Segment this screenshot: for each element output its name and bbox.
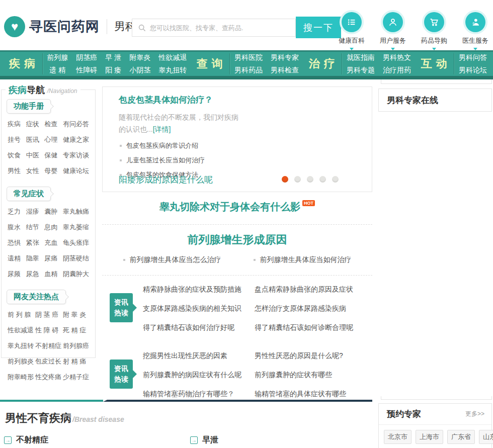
search-box[interactable] — [132, 19, 296, 37]
column-header[interactable]: → 不射精症 — [4, 435, 186, 445]
news-link[interactable]: 得了精囊结石该如何诊断合理呢 — [255, 322, 366, 333]
detail-link[interactable]: [详情] — [153, 125, 171, 133]
news-hot-badge[interactable]: 资讯 热读 — [110, 293, 133, 322]
column-header[interactable]: → 早泄 — [190, 435, 372, 445]
sidebar-link[interactable]: 疾病 — [8, 120, 21, 129]
nav-link[interactable]: 治疗用药 — [383, 66, 411, 75]
quick-link-drug-guide[interactable]: 药品导购 — [419, 12, 450, 50]
nav-big-query[interactable]: 查询 — [191, 56, 229, 71]
sidebar-link[interactable]: 有问必答 — [63, 120, 89, 129]
carousel-dot[interactable] — [319, 176, 326, 183]
feature-bottom-link[interactable]: 阳痿形成的原因是什么呢 — [119, 174, 213, 186]
sidebar-link[interactable]: 饮食 — [8, 151, 21, 160]
hot-headline[interactable]: 睾丸切除术对于身体会有什么影HOT — [102, 200, 372, 214]
badge-function-manual[interactable]: 功能手册 — [7, 99, 51, 114]
sidebar-link[interactable]: 包皮过长 — [35, 357, 61, 366]
sidebar-link[interactable]: 死 精 症 — [63, 326, 89, 335]
sidebar-link[interactable]: 心理 — [44, 135, 57, 144]
news-link[interactable]: 支原体尿路感染疾病的相关知识 — [143, 303, 255, 314]
search-button[interactable]: 搜一下 — [296, 17, 341, 38]
nav-link[interactable]: 遗 精 — [47, 66, 68, 75]
nav-big-disease[interactable]: 疾病 — [3, 56, 41, 71]
sidebar-link[interactable]: 性 障 碍 — [35, 326, 61, 335]
province-button[interactable]: 北京市 — [384, 430, 412, 444]
sidebar-link[interactable]: 尿频 — [8, 270, 21, 279]
sidebar-link[interactable]: 不射精症 — [35, 341, 61, 350]
province-button[interactable]: 广东省 — [447, 430, 475, 444]
sidebar-link[interactable]: 女性 — [26, 166, 39, 175]
nav-link[interactable]: 附睾炎 — [129, 53, 150, 62]
sidebar-link[interactable]: 中医 — [26, 151, 39, 160]
news-link[interactable]: 精索静脉曲张的症状及预防措施 — [143, 284, 255, 295]
sidebar-link[interactable]: 龟头瘙痒 — [63, 238, 89, 247]
nav-link[interactable]: 就医指南 — [347, 53, 375, 62]
sidebar-link[interactable]: 湿疹 — [26, 207, 39, 216]
nav-link[interactable]: 男科论坛 — [459, 66, 487, 75]
sidebar-link[interactable]: 附睾畸形 — [8, 373, 34, 382]
carousel-dot[interactable] — [307, 176, 313, 183]
nav-link[interactable]: 男科问答 — [459, 53, 487, 62]
quick-link-user-service[interactable]: 用户服务 — [377, 12, 408, 50]
sidebar-link[interactable]: 健康之家 — [63, 135, 89, 144]
sidebar-link[interactable]: 囊肿 — [44, 207, 57, 216]
sidebar-link[interactable]: 阴囊肿大 — [63, 270, 89, 279]
nav-link[interactable]: 前列腺 — [47, 53, 68, 62]
quick-link-encyclopedia[interactable]: 健康百科 — [336, 12, 367, 50]
sidebar-link[interactable]: 保健 — [44, 151, 57, 160]
carousel-dot[interactable] — [332, 176, 339, 183]
sidebar-link[interactable]: 充血 — [44, 238, 57, 247]
sidebar-link[interactable]: 母婴 — [44, 166, 57, 175]
more-link[interactable]: 更多>> — [465, 410, 484, 418]
search-input[interactable] — [150, 24, 295, 32]
nav-link[interactable]: 阳 痿 — [105, 66, 121, 75]
nav-link[interactable]: 男科热文 — [383, 53, 411, 62]
sidebar-link[interactable]: 附 睾 炎 — [63, 310, 89, 319]
nav-big-interact[interactable]: 互动 — [415, 56, 453, 71]
nav-link[interactable]: 性障碍 — [76, 66, 97, 75]
sidebar-link[interactable]: 睾丸萎缩 — [63, 223, 89, 232]
news-link[interactable]: 怎样治疗支原体尿路感染疾病 — [255, 303, 366, 314]
sidebar-link[interactable]: 阴茎硬结 — [63, 254, 89, 263]
news-link[interactable]: 得了精囊结石该如何治疗好呢 — [143, 322, 255, 333]
news-link[interactable]: 前列腺囊肿的症状有哪些 — [255, 369, 366, 380]
news-link[interactable]: 挖掘男性出现性厌恶的因素 — [143, 350, 255, 361]
nav-link[interactable]: 小阴茎 — [129, 66, 150, 75]
carousel-dot[interactable] — [282, 176, 288, 183]
feature-link[interactable]: 包皮包茎疾病的常识介绍 — [120, 141, 205, 150]
sidebar-link[interactable]: 挂号 — [8, 135, 21, 144]
sidebar-link[interactable]: 血精 — [44, 270, 57, 279]
sidebar-link[interactable]: 性交疼痛 — [35, 373, 61, 382]
sidebar-link[interactable]: 结节 — [26, 223, 39, 232]
news-link[interactable]: 输精管堵塞药物治疗有哪些？ — [143, 388, 255, 399]
news-link[interactable]: 男性性厌恶的原因是什么呢? — [255, 350, 366, 361]
sidebar-link[interactable]: 尿急 — [26, 270, 39, 279]
sidebar-link[interactable]: 健康论坛 — [63, 166, 89, 175]
sidebar-link[interactable]: 检查 — [44, 120, 57, 129]
sidebar-link[interactable]: 遗精 — [8, 254, 21, 263]
sidebar-link[interactable]: 乏力 — [8, 207, 21, 216]
sidebar-link[interactable]: 腹水 — [8, 223, 21, 232]
feature-title-link[interactable]: 包皮包茎具体如何治疗？ — [119, 94, 213, 106]
sidebar-link[interactable]: 阴 茎 癌 — [35, 310, 61, 319]
nav-link[interactable]: 男科专家 — [271, 53, 299, 62]
nav-link[interactable]: 男科药品 — [234, 66, 263, 75]
sidebar-link[interactable]: 尿痛 — [44, 254, 57, 263]
nav-link[interactable]: 睾丸扭转 — [158, 66, 187, 75]
quick-link-doctor-service[interactable]: 医生服务 — [460, 12, 491, 50]
sub-headline-link[interactable]: 前列腺增生具体应当如何治疗 — [254, 255, 352, 264]
sidebar-link[interactable]: 性欲减退 — [8, 326, 34, 335]
nav-link[interactable]: 早 泄 — [105, 53, 121, 62]
nav-link[interactable]: 阴茎癌 — [76, 53, 97, 62]
sidebar-link[interactable]: 男性 — [8, 166, 21, 175]
sub-headline-link[interactable]: 前列腺增生具体应当怎么治疗 — [123, 255, 221, 264]
badge-common-symptoms[interactable]: 常见症状 — [7, 187, 51, 201]
site-logo[interactable]: ♥ 寻医问药网 男科 — [4, 16, 136, 37]
sidebar-link[interactable]: 睾丸扭转 — [8, 341, 34, 350]
nav-link[interactable]: 性欲减退 — [158, 53, 187, 62]
nav-link[interactable]: 男科检查 — [271, 66, 299, 75]
carousel-dot[interactable] — [294, 176, 301, 183]
sidebar-link[interactable]: 少精子症 — [63, 373, 89, 382]
sub-headline[interactable]: 前列腺增生形成原因 — [102, 232, 372, 247]
sidebar-link[interactable]: 前列腺炎 — [8, 357, 34, 366]
sidebar-link[interactable]: 专家访谈 — [63, 151, 89, 160]
